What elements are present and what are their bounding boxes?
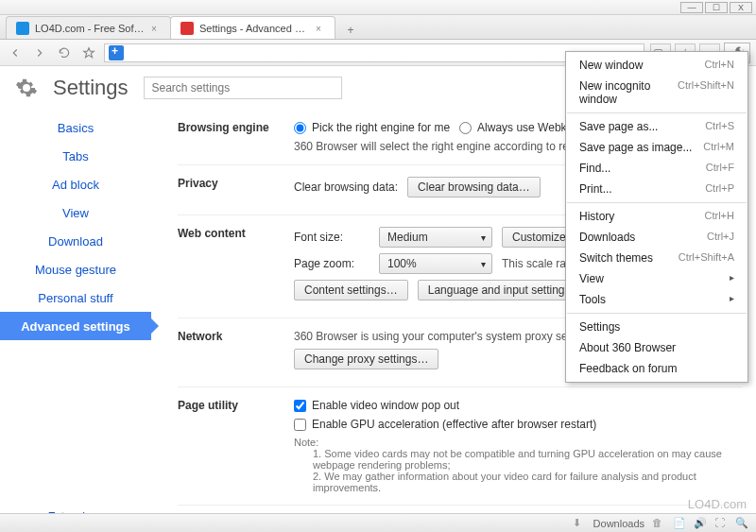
tab-lo4d[interactable]: LO4D.com - Free Software × (6, 16, 171, 39)
wrench-menu: New windowCtrl+N New incognito windowCtr… (565, 51, 748, 383)
section-label: Web content (178, 227, 277, 306)
menu-tools[interactable]: Tools (566, 289, 747, 310)
close-tab-icon[interactable]: × (151, 24, 161, 33)
footer-icon[interactable]: ⛶ (714, 517, 728, 530)
gear-icon (15, 77, 38, 99)
sidebar: Basics Tabs Ad block View Download Mouse… (0, 110, 151, 513)
menu-save-as[interactable]: Save page as...Ctrl+S (566, 116, 747, 137)
sidebar-item-adblock[interactable]: Ad block (0, 170, 151, 198)
footer-icon[interactable]: 🔊 (694, 517, 707, 530)
sidebar-item-basics[interactable]: Basics (0, 113, 151, 142)
sidebar-item-mouse-gesture[interactable]: Mouse gesture (0, 255, 151, 283)
footer-icon[interactable]: 🗑 (652, 517, 665, 530)
menu-incognito[interactable]: New incognito windowCtrl+Shift+N (566, 76, 747, 110)
proxy-settings-button[interactable]: Change proxy settings… (294, 349, 438, 369)
menu-new-window[interactable]: New windowCtrl+N (566, 55, 747, 76)
zoom-select[interactable]: 100% (379, 253, 492, 274)
clear-browsing-button[interactable]: Clear browsing data… (407, 177, 541, 197)
tab-title: LO4D.com - Free Software (35, 23, 146, 34)
content-settings-button[interactable]: Content settings… (294, 280, 408, 300)
check-gpu[interactable]: Enable GPU acceleration (effective after… (294, 418, 596, 431)
reload-icon[interactable] (55, 43, 74, 62)
tab-title: Settings - Advanced sett (199, 23, 310, 34)
footer-icon[interactable]: 📄 (673, 517, 686, 530)
sidebar-item-personal[interactable]: Personal stuff (0, 283, 151, 312)
menu-view[interactable]: View (566, 268, 747, 289)
star-icon[interactable] (79, 43, 98, 62)
menu-about[interactable]: About 360 Browser (566, 337, 747, 358)
radio-pick-engine[interactable]: Pick the right engine for me (294, 121, 450, 134)
sidebar-item-download[interactable]: Download (0, 227, 151, 255)
fontsize-select[interactable]: Medium (379, 227, 492, 248)
status-bar: ⬇ Downloads 🗑 📄 🔊 ⛶ 🔍 (0, 513, 756, 532)
tab-settings[interactable]: Settings - Advanced sett × (170, 16, 335, 39)
menu-downloads[interactable]: DownloadsCtrl+J (566, 227, 747, 248)
close-tab-icon[interactable]: × (316, 24, 325, 33)
zoom-icon[interactable]: 🔍 (735, 517, 748, 530)
section-label: Browsing engine (178, 121, 277, 153)
menu-settings[interactable]: Settings (566, 317, 747, 337)
tab-strip: LO4D.com - Free Software × Settings - Ad… (0, 15, 756, 40)
new-tab-button[interactable]: + (340, 22, 361, 39)
window-titlebar: — ☐ X (0, 0, 756, 15)
forward-icon[interactable] (30, 43, 49, 62)
search-input[interactable] (144, 77, 342, 99)
favicon-icon (16, 22, 29, 35)
download-icon[interactable]: ⬇ (573, 517, 586, 530)
close-button[interactable]: X (730, 2, 752, 13)
menu-themes[interactable]: Switch themesCtrl+Shift+A (566, 248, 747, 268)
page-title: Settings (53, 76, 129, 100)
address-bar[interactable] (104, 43, 644, 62)
maximize-button[interactable]: ☐ (705, 2, 728, 13)
sidebar-item-view[interactable]: View (0, 198, 151, 227)
sidebar-item-tabs[interactable]: Tabs (0, 142, 151, 170)
favicon-icon (180, 22, 194, 35)
shield-icon (109, 45, 124, 60)
section-label: Network (178, 330, 277, 375)
minimize-button[interactable]: — (680, 2, 703, 13)
menu-save-image[interactable]: Save page as image...Ctrl+M (566, 137, 747, 158)
downloads-label[interactable]: Downloads (593, 518, 644, 529)
check-video-popout[interactable]: Enable video window pop out (294, 399, 459, 412)
section-smooth: Smooth Scrolling Enable smooth scrolling… (178, 506, 743, 513)
section-label: Page utility (178, 399, 277, 493)
section-label: Privacy (178, 177, 277, 203)
menu-feedback[interactable]: Feedback on forum (566, 358, 747, 379)
menu-print[interactable]: Print...Ctrl+P (566, 179, 747, 199)
back-icon[interactable] (6, 43, 25, 62)
sidebar-item-advanced[interactable]: Advanced settings (0, 312, 151, 340)
menu-find[interactable]: Find...Ctrl+F (566, 158, 747, 179)
menu-history[interactable]: HistoryCtrl+H (566, 206, 747, 227)
section-page-utility: Page utility Enable video window pop out… (178, 387, 743, 506)
